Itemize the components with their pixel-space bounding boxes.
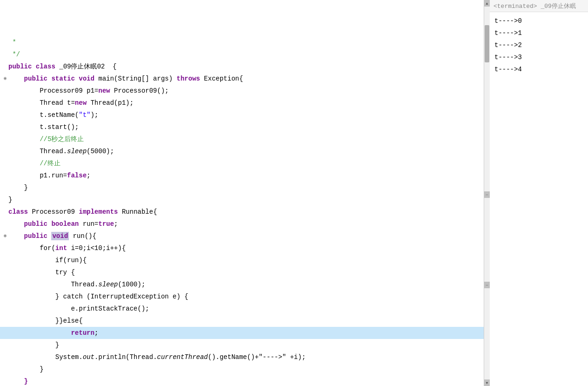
line-text: }	[8, 194, 484, 206]
token: out	[83, 353, 95, 361]
output-header: <terminated> _09停止休眠	[490, 0, 588, 12]
token: }	[8, 378, 28, 385]
code-line: e.printStackTrace();	[0, 303, 484, 315]
token: Thread.	[8, 148, 67, 155]
output-line: t---->4	[494, 63, 583, 75]
token: public	[8, 220, 51, 228]
token: ;	[87, 172, 90, 179]
line-text: p1.run=false;	[8, 169, 484, 182]
line-text: Thread.sleep(1000);	[8, 278, 484, 291]
output-line: t---->1	[494, 27, 583, 39]
token: //5秒之后终止	[8, 135, 84, 143]
line-text: //5秒之后终止	[8, 133, 484, 145]
token: e.printStackTrace();	[8, 305, 149, 312]
line-text: public class _09停止休眠02 {	[8, 61, 484, 73]
token: );	[90, 111, 98, 119]
code-line: t.setName("t");	[0, 109, 484, 121]
token: ;	[95, 329, 98, 337]
token: .println(Thread.	[95, 353, 157, 361]
scroll-track[interactable]	[484, 7, 490, 98]
code-line: */	[0, 48, 484, 61]
token: return	[71, 329, 94, 337]
code-line: try {	[0, 266, 484, 278]
line-text: System.out.println(Thread.currentThread(…	[8, 351, 484, 363]
code-line: for(int i=0;i<10;i++){	[0, 242, 484, 254]
token: Processor09();	[114, 87, 169, 95]
token: t.start();	[8, 123, 79, 131]
token: int	[55, 244, 71, 252]
output-line: t---->3	[494, 51, 583, 63]
code-line: class Processor09 implements Runnable{	[0, 206, 484, 218]
code-line: ◉ public static void main(String[] args)…	[0, 73, 484, 85]
token: new	[75, 99, 91, 107]
token: */	[8, 51, 20, 58]
code-line: }	[0, 182, 484, 194]
token: class	[8, 208, 32, 216]
token: void	[79, 75, 98, 82]
line-text: }}else{	[8, 315, 484, 327]
line-text: }	[8, 182, 484, 194]
token: new	[98, 87, 114, 95]
scroll-mid-marker: —	[484, 191, 490, 198]
line-text: } catch (InterruptedException e) {	[8, 291, 484, 303]
token: Exception{	[204, 75, 243, 82]
token: t.setName(	[8, 111, 79, 119]
code-line: Thread.sleep(1000);	[0, 278, 484, 291]
token: System.	[8, 353, 83, 361]
code-line: Thread t=new Thread(p1);	[0, 97, 484, 109]
line-text: if(run){	[8, 254, 484, 266]
token: currentThread	[157, 353, 208, 361]
output-line: t---->0	[494, 15, 583, 27]
scroll-up-arrow[interactable]: ▲	[484, 0, 490, 7]
token: }	[8, 184, 28, 191]
token: Thread(p1);	[90, 99, 133, 107]
line-text: }	[8, 375, 484, 386]
token: Thread t=	[8, 99, 75, 107]
code-line: if(run){	[0, 254, 484, 266]
token: static	[51, 75, 79, 82]
scroll-track-bottom[interactable]	[484, 288, 490, 380]
token: *	[8, 39, 16, 46]
code-line: //5秒之后终止	[0, 133, 484, 145]
token: }	[8, 366, 44, 373]
token: }}else{	[8, 317, 83, 325]
line-text: t.start();	[8, 121, 484, 133]
scroll-thumb[interactable]	[485, 25, 489, 62]
token: run(){	[69, 232, 96, 240]
token: } catch (InterruptedException e) {	[8, 293, 188, 300]
token: _09停止休眠02 {	[59, 63, 116, 70]
line-text: }	[8, 339, 484, 351]
line-text: Thread.sleep(5000);	[8, 145, 484, 157]
scroll-down-arrow[interactable]: ▼	[484, 379, 490, 386]
line-text: t.setName("t");	[8, 109, 484, 121]
token: class	[36, 63, 59, 70]
token: for(	[8, 244, 55, 252]
line-text: *	[8, 36, 484, 48]
scroll-mid-marker2: —	[484, 282, 490, 288]
token: (1000);	[118, 281, 145, 288]
token: sleep	[98, 281, 118, 288]
token: ().getName()+"---->" +i);	[208, 353, 306, 361]
token: //终止	[8, 160, 61, 167]
line-gutter: ◉	[2, 230, 8, 242]
line-text: Processor09 p1=new Processor09();	[8, 85, 484, 97]
line-text: //终止	[8, 157, 484, 169]
token: i=0;i<10;i++){	[71, 244, 126, 252]
line-text: e.printStackTrace();	[8, 303, 484, 315]
line-text: public static void main(String[] args) t…	[8, 73, 484, 85]
line-text: */	[8, 48, 484, 61]
line-text: public boolean run=true;	[8, 218, 484, 230]
token: try {	[8, 269, 75, 276]
scroll-track-lower[interactable]	[484, 198, 490, 282]
token: Processor09	[32, 208, 79, 216]
token: boolean	[51, 220, 82, 228]
token: ;	[114, 220, 118, 228]
line-text: class Processor09 implements Runnable{	[8, 206, 484, 218]
token: Thread.	[8, 281, 98, 288]
line-text: for(int i=0;i<10;i++){	[8, 242, 484, 254]
code-content: * */public class _09停止休眠02 {◉ public sta…	[0, 0, 484, 386]
vertical-scrollbar[interactable]: ▲ — — ▼	[484, 0, 490, 386]
code-line: ◉ public void run(){	[0, 230, 484, 242]
token: if(run){	[8, 257, 87, 264]
code-line: } catch (InterruptedException e) {	[0, 291, 484, 303]
